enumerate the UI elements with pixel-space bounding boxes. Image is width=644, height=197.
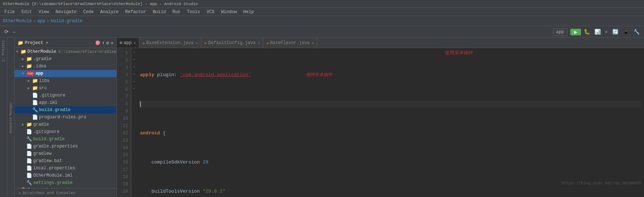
tree-item-proguard[interactable]: 📄 proguard-rules.pro (15, 114, 116, 121)
breadcrumb-module[interactable]: OtherModule (3, 19, 32, 24)
file-icon-gradle-properties: 📄 (26, 143, 32, 149)
tree-item-app-iml[interactable]: 📄 app.iml (15, 99, 116, 106)
val-buildtools: "29.0.1" (203, 188, 225, 195)
toolbar-sync-icon[interactable]: ⟳ (3, 28, 10, 36)
tree-item-gradlew[interactable]: 📄 gradlew (15, 150, 116, 157)
tab-label-base-flavor: BaseFlavor.java (270, 40, 310, 46)
code-line-5: buildToolsVersion "29.0.1" (140, 188, 641, 195)
avd-icon[interactable]: 📱 (621, 28, 631, 36)
breadcrumb-app[interactable]: app (37, 19, 45, 24)
run-button[interactable]: ▶ (570, 29, 581, 35)
tree-item-local-properties[interactable]: 📄 local.properties (15, 165, 116, 172)
menu-refactor[interactable]: Refactor (122, 9, 149, 15)
label-othermodule-iml: OtherModule.iml (33, 173, 73, 178)
label-local-properties: local.properties (33, 166, 75, 171)
tree-item-gradle-folder[interactable]: ▶ 📁 gradle (15, 121, 116, 128)
tree-item-root-build-gradle[interactable]: 🔧 build.gradle (15, 135, 116, 143)
tab-close-app[interactable]: ✕ (134, 41, 136, 45)
label-libs: libs (39, 78, 50, 83)
debug-icon[interactable]: 🐛 (582, 28, 591, 36)
gutter-15: ⌄ (131, 77, 137, 84)
tab-default-config[interactable]: ☕ DefaultConfig.java ✕ (201, 38, 263, 48)
tab-close-base-flavor[interactable]: ✕ (312, 41, 314, 45)
tree-item-othermodule[interactable]: ▼ 📁 OtherModule E:\ideaWorkPlace\GradleW… (15, 48, 116, 55)
tab-label-base-ext: BaseExtension.java (146, 40, 194, 46)
tree-item-libs[interactable]: ▶ 📁 libs (15, 77, 116, 84)
coverage-icon[interactable]: 📊 (593, 28, 602, 36)
tree-item-gradle-hidden[interactable]: ▶ 📁 .gradle (15, 55, 116, 63)
tree-item-app[interactable]: ▼ app app (15, 70, 116, 77)
annotation-apply: 使用安卓插件 (306, 71, 333, 79)
menu-code[interactable]: Code (80, 9, 97, 15)
gutter-6: ⌄ (131, 55, 137, 63)
tab-base-flavor[interactable]: ☕ BaseFlavor.java ✕ (263, 38, 317, 48)
gradle-icon-app-build: 🔧 (32, 107, 38, 113)
settings-icon[interactable]: ⚙ (106, 40, 109, 46)
menu-analyze[interactable]: Analyze (97, 9, 121, 15)
project-tab-label[interactable]: 1: Project (1, 38, 6, 64)
val-compilesdk: 29 (203, 159, 209, 166)
menu-file[interactable]: File (1, 9, 18, 15)
tab-base-extension[interactable]: ☕ BaseExtension.java ✕ (139, 38, 201, 48)
menu-edit[interactable]: Edit (19, 9, 35, 15)
locate-icon[interactable]: 🎯 (95, 40, 101, 46)
tab-label-default-config: DefaultConfig.java (208, 40, 256, 46)
label-gradle-hidden: .gradle (33, 56, 51, 62)
menu-vcs[interactable]: VCS (204, 9, 218, 15)
gradle-icon-root-build: 🔧 (26, 136, 32, 142)
toolbar-back-icon[interactable]: ← (12, 28, 18, 36)
indent-4 (140, 159, 151, 166)
tree-item-gradle-properties[interactable]: 📄 gradle.properties (15, 143, 116, 150)
tab-close-default-config[interactable]: ✕ (258, 41, 260, 45)
menu-tools[interactable]: Tools (184, 9, 203, 15)
scratches-consoles[interactable]: ✏ Scratches and Consoles (18, 190, 77, 195)
arrow-libs: ▶ (28, 79, 32, 83)
tree-item-app-gitignore[interactable]: 📄 .gitignore (15, 92, 116, 99)
bottom-bar: ✏ Scratches and Consoles (15, 188, 116, 197)
hide-icon[interactable]: ✕ (110, 40, 113, 46)
gutter-3: ⌄ (131, 48, 137, 55)
sync-icon[interactable]: 🔄 (611, 28, 620, 36)
profile-icon[interactable]: ⚡ (604, 28, 609, 36)
menu-navigate[interactable]: Navigate (53, 9, 79, 15)
tab-close-base-ext[interactable]: ✕ (196, 41, 198, 45)
code-editor[interactable]: 1 2 3 4 5 6 7 8 9 10 11 12 13 14 15 16 1… (117, 48, 644, 197)
sdk-icon[interactable]: 🔧 (632, 28, 641, 36)
folder-icon-libs: 📁 (32, 78, 38, 84)
label-gradlew: gradlew (33, 151, 51, 156)
code-line-1: apply plugin: 'com.android.application' … (140, 71, 641, 79)
run-config-label[interactable]: app (553, 28, 567, 36)
arrow-othermodule: ▼ (16, 50, 20, 54)
tab-icon-app: ⚙ (120, 40, 122, 46)
space-1: plugin: (154, 71, 180, 79)
arrow-idea: ▶ (22, 64, 26, 68)
tree-item-root-gitignore[interactable]: 📄 .gitignore (15, 128, 116, 135)
arrow-app: ▼ (22, 72, 26, 76)
tree-item-othermodule-iml[interactable]: 📄 OtherModule.iml (15, 172, 116, 179)
tab-app-build-gradle[interactable]: ⚙ app ✕ (117, 38, 139, 48)
watermark: https://blog.csdn.net/qq_38350635 (562, 180, 641, 187)
file-icon-local-properties: 📄 (26, 165, 32, 171)
main-area: 1: Project Resource Manager 📁 Project ▾ … (0, 38, 644, 197)
tree-item-app-build-gradle[interactable]: 🔧 build.gradle (15, 106, 116, 114)
menu-view[interactable]: View (36, 9, 52, 15)
breadcrumb-file[interactable]: build.gradle (51, 19, 82, 24)
side-tab-project[interactable]: 1: Project (0, 38, 7, 197)
menu-run[interactable]: Run (170, 9, 183, 15)
tree-item-gradlew-bat[interactable]: 📄 gradlew.bat (15, 157, 116, 165)
resource-manager-label[interactable]: Resource Manager (8, 99, 13, 135)
folder-icon-gradle: 📁 (26, 122, 32, 127)
tree-item-idea[interactable]: ▶ 📁 .idea (15, 63, 116, 70)
menu-window[interactable]: Window (218, 9, 240, 15)
menu-build[interactable]: Build (150, 9, 169, 15)
label-app-iml: app.iml (39, 100, 57, 105)
tree-item-src[interactable]: ▶ 📁 src (15, 84, 116, 92)
side-tab-resource-manager[interactable]: Resource Manager (7, 38, 15, 197)
tree-item-settings-gradle[interactable]: 🔧 settings.gradle (15, 179, 116, 186)
kw-compilesdk: compileSdkVersion (151, 159, 202, 166)
menu-help[interactable]: Help (240, 9, 257, 15)
collapse-icon[interactable]: ⬆ (102, 40, 105, 46)
editor-tabs: ⚙ app ✕ ☕ BaseExtension.java ✕ ☕ Default… (117, 38, 644, 48)
brace-android: { (160, 130, 166, 137)
gutter-13: ⌄ (131, 63, 137, 70)
